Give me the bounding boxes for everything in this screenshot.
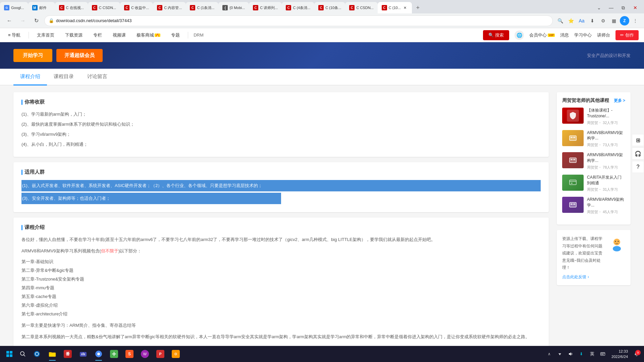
nav-topic[interactable]: 专题 xyxy=(168,31,182,40)
bookmark-icon[interactable]: ⭐ xyxy=(566,16,576,25)
forward-button[interactable]: → xyxy=(17,15,28,26)
nav-geek[interactable]: 极客商城 🔥 xyxy=(134,31,163,40)
taskbar-network-icon[interactable] xyxy=(555,349,565,359)
more-link[interactable]: 更多 > xyxy=(614,98,625,104)
support-text: 资源上传下载、课程学习等过程中有任何问题或建议，欢迎提出宝贵意见哦~我们会及时处… xyxy=(562,235,605,272)
taskbar-volume-icon[interactable] xyxy=(566,349,575,359)
new-tab-button[interactable]: + xyxy=(413,3,423,12)
url-field[interactable]: 🔒 download.csdn.net/course/detail/37443 xyxy=(44,15,553,26)
section-gain-content: (1)、学习最新的arm架构，入门； (2)、最快的速度掌握arm体系下的软硬件… xyxy=(21,110,541,149)
taskbar-ppt[interactable]: P xyxy=(153,347,168,361)
search-icon[interactable]: 🔍 xyxy=(555,16,565,25)
main-text-1: 第一章主要是快速学习：ARM简介、指令集、寄存器总结等 xyxy=(21,321,541,330)
taskbar-explorer[interactable] xyxy=(45,347,60,361)
tab-9[interactable]: C C 讲师列... xyxy=(249,2,282,13)
tab-1-label: Googl... xyxy=(11,6,24,10)
taskbar-app1[interactable]: 番 xyxy=(60,347,75,361)
section-intro-title: 课程介绍 xyxy=(21,224,541,231)
menu-icon[interactable]: ⋮ xyxy=(631,16,640,25)
intro-para2: ARMV8和ARMV9架构学习系列视频包含(但不限于)以下部分： xyxy=(21,247,541,255)
start-button[interactable] xyxy=(3,347,16,361)
course-item-3[interactable]: ARMV8和ARMV9架构学... 周贺贺・ 78人学习 xyxy=(562,152,625,170)
instructor-link[interactable]: 讲师台 xyxy=(597,32,610,38)
tab-13[interactable]: C C (10... ✕ xyxy=(378,2,412,13)
translate-icon[interactable]: Aa xyxy=(577,16,586,25)
close-button[interactable]: ✕ xyxy=(631,3,640,12)
course-meta-3: 周贺贺・ 78人学习 xyxy=(587,165,625,170)
taskbar-right: ∧ ⬇ 英 12:33 xyxy=(544,349,641,360)
tab-discussion[interactable]: 讨论留言 xyxy=(80,69,114,85)
taskbar-clock[interactable]: 12:33 2022/6/24 xyxy=(609,349,631,360)
tab-7[interactable]: C C (1条消... xyxy=(186,2,218,13)
tab-course-intro[interactable]: 课程介绍 xyxy=(13,69,47,85)
nav-toggle[interactable]: ≡ 导航 xyxy=(5,31,23,40)
taskbar-teams[interactable] xyxy=(76,347,91,361)
course-title-2: ARMV8和ARMV9架构学... xyxy=(587,130,625,141)
sidebar-toggle-icon[interactable]: ▦ xyxy=(609,16,619,25)
search-button[interactable]: 🔍 搜索 xyxy=(483,30,509,40)
tab-8-favicon: { xyxy=(222,5,228,10)
tab-4-favicon: C xyxy=(92,5,97,10)
user-avatar[interactable]: Z xyxy=(620,16,629,25)
extension-icon[interactable]: ⚙ xyxy=(598,16,608,25)
tab-10[interactable]: C C (4条消... xyxy=(282,2,314,13)
tab-11[interactable]: C C (10条... xyxy=(314,2,345,13)
taskbar-app5[interactable]: ⚙ xyxy=(168,347,183,361)
tab-13-close[interactable]: ✕ xyxy=(402,5,408,10)
feedback-link[interactable]: 点击此处反馈 › xyxy=(562,274,625,280)
minimize-button[interactable]: — xyxy=(606,3,616,12)
svg-line-20 xyxy=(24,355,25,357)
course-item-1[interactable]: 【体验课程】-Trustzone/... 周贺贺・ 32人学习 xyxy=(562,108,625,125)
nav-wenku[interactable]: 文库首页 xyxy=(34,31,57,40)
gain-item-1: (1)、学习最新的arm架构，入门； xyxy=(21,110,541,119)
member-center[interactable]: 会员中心 VIP xyxy=(529,32,555,38)
svg-point-27 xyxy=(97,353,100,355)
tab-3[interactable]: C C 在线视... xyxy=(55,2,88,13)
restore-button[interactable]: ⧉ xyxy=(619,3,628,12)
tab-6[interactable]: C C 内容管... xyxy=(153,2,186,13)
thumb-icon-5 xyxy=(562,197,584,213)
taskbar-app2[interactable] xyxy=(107,347,121,361)
course-thumb-1 xyxy=(562,108,584,124)
reload-button[interactable]: ↻ xyxy=(31,15,42,26)
tab-1[interactable]: G Googl... xyxy=(0,2,28,13)
nav-video[interactable]: 视频课 xyxy=(110,31,128,40)
tab-list-button[interactable]: ⌄ xyxy=(594,3,604,12)
notification-button[interactable]: 9 xyxy=(632,349,641,359)
tab-4[interactable]: C C CSDN... xyxy=(88,2,120,13)
learning-center[interactable]: 学习中心 xyxy=(574,32,592,38)
taskbar-app4[interactable]: W xyxy=(138,347,152,361)
grid-icon[interactable]: ⊞ xyxy=(632,134,644,146)
taskbar-ime-icon[interactable]: 英 xyxy=(587,349,597,359)
taskbar-app3[interactable]: S xyxy=(122,347,137,361)
taskbar-up-arrow[interactable]: ∧ xyxy=(544,349,554,359)
taskbar-cortana[interactable] xyxy=(30,347,44,361)
nav-download[interactable]: 下载资源 xyxy=(62,31,85,40)
tab-8[interactable]: { {0 Mobi... xyxy=(218,2,249,13)
search-taskbar[interactable] xyxy=(17,348,29,360)
course-item-5[interactable]: ARMV8/ARMV9架构学... 周贺贺・ 45人学习 xyxy=(562,197,625,215)
course-item-4[interactable]: CA和TA开发从入门到精通 周贺贺・ 31人学习 xyxy=(562,175,625,192)
tab-course-catalog[interactable]: 课程目录 xyxy=(47,69,80,85)
taskbar-download-manager[interactable]: ⬇ xyxy=(577,349,586,359)
headset-icon[interactable]: 🎧 xyxy=(632,147,644,160)
chapter-6: 第六章-虚拟化介绍 xyxy=(21,301,541,310)
tab-5-label: C 收益中... xyxy=(131,5,149,10)
svg-rect-0 xyxy=(570,136,576,140)
tab-12[interactable]: C C CSDN... xyxy=(345,2,377,13)
taskbar-chrome[interactable] xyxy=(91,347,106,361)
course-item-2[interactable]: ARMV8和ARMV9架构学... 周贺贺・ 73人学习 xyxy=(562,130,625,148)
back-button[interactable]: ← xyxy=(4,15,15,26)
tab-5[interactable]: C C 收益中... xyxy=(120,2,153,13)
create-button[interactable]: ✏ 创作 xyxy=(615,30,639,40)
download-icon[interactable]: ⬇ xyxy=(588,16,597,25)
help-icon[interactable]: ? xyxy=(632,161,644,173)
taskbar-keyboard-icon[interactable] xyxy=(598,349,607,359)
start-learning-button[interactable]: 开始学习 xyxy=(13,49,52,62)
nav-column[interactable]: 专栏 xyxy=(91,31,105,40)
message-link[interactable]: 消息 xyxy=(560,32,569,38)
member-upgrade-button[interactable]: 开通超级会员 xyxy=(56,49,103,62)
section-gain: 你将收获 (1)、学习最新的arm架构，入门； (2)、最快的速度掌握arm体系… xyxy=(13,92,549,157)
main-content: 你将收获 (1)、学习最新的arm架构，入门； (2)、最快的速度掌握arm体系… xyxy=(13,92,549,362)
tab-2[interactable]: M 邮件 xyxy=(28,2,55,13)
